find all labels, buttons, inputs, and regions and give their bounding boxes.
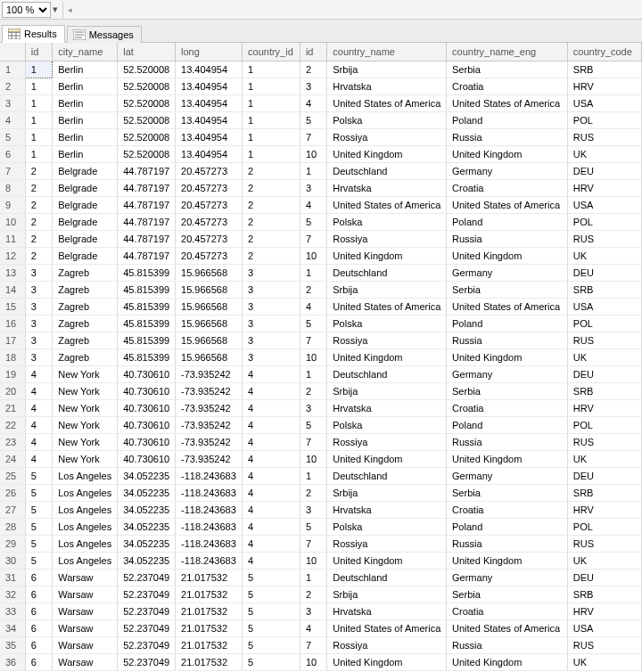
toolbar-chevron-icon[interactable]: ◂ xyxy=(68,5,72,14)
table-row[interactable]: 41Berlin52.52000813.40495415PolskaPoland… xyxy=(0,111,642,128)
cell[interactable]: UK xyxy=(567,653,641,670)
cell[interactable]: POL xyxy=(567,416,641,433)
cell[interactable]: 2 xyxy=(300,382,326,399)
cell[interactable]: 1 xyxy=(243,94,300,111)
column-header[interactable]: country_name xyxy=(327,43,447,61)
cell[interactable]: 3 xyxy=(25,264,52,281)
table-row[interactable]: 295Los Angeles34.052235-118.24368347Ross… xyxy=(0,535,642,552)
column-header[interactable]: country_code xyxy=(567,43,641,61)
cell[interactable]: 1 xyxy=(243,111,300,128)
cell[interactable]: 1 xyxy=(243,61,300,78)
results-grid-container[interactable]: idcity_namelatlongcountry_ididcountry_na… xyxy=(0,43,642,671)
cell[interactable]: 5 xyxy=(300,213,326,230)
cell[interactable]: Srbija xyxy=(327,281,447,298)
cell[interactable]: -118.243683 xyxy=(176,484,243,501)
cell[interactable]: 4 xyxy=(25,382,52,399)
cell[interactable]: 6 xyxy=(25,619,52,636)
cell[interactable]: -73.935242 xyxy=(176,382,243,399)
cell[interactable]: Hrvatska xyxy=(327,179,447,196)
row-number[interactable]: 15 xyxy=(0,298,25,315)
cell[interactable]: 7 xyxy=(300,128,326,145)
cell[interactable]: 1 xyxy=(243,78,300,94)
cell[interactable]: Russia xyxy=(447,433,568,450)
cell[interactable]: 3 xyxy=(25,281,52,298)
cell[interactable]: Serbia xyxy=(447,281,568,298)
cell[interactable]: 52.237049 xyxy=(118,586,176,602)
cell[interactable]: 10 xyxy=(300,348,326,365)
cell[interactable]: Warsaw xyxy=(53,653,118,670)
cell[interactable]: 4 xyxy=(25,433,52,450)
row-number[interactable]: 19 xyxy=(0,365,25,382)
column-header[interactable]: id xyxy=(25,43,52,61)
cell[interactable]: Polska xyxy=(327,111,447,128)
table-row[interactable]: 204New York40.730610-73.93524242SrbijaSe… xyxy=(0,382,642,399)
cell[interactable]: 1 xyxy=(25,94,52,111)
cell[interactable]: 21.017532 xyxy=(176,653,243,670)
cell[interactable]: United States of America xyxy=(447,298,568,315)
cell[interactable]: Berlin xyxy=(53,128,118,145)
cell[interactable]: -118.243683 xyxy=(176,552,243,569)
cell[interactable]: 52.237049 xyxy=(118,569,176,586)
cell[interactable]: UK xyxy=(567,450,641,467)
cell[interactable]: 3 xyxy=(243,348,300,365)
zoom-select[interactable]: 100 % xyxy=(2,2,51,18)
cell[interactable]: HRV xyxy=(567,501,641,518)
cell[interactable]: 44.787197 xyxy=(118,196,176,213)
table-row[interactable]: 265Los Angeles34.052235-118.24368342Srbi… xyxy=(0,484,642,501)
cell[interactable]: Poland xyxy=(447,111,568,128)
cell[interactable]: 40.730610 xyxy=(118,399,176,416)
cell[interactable]: 15.966568 xyxy=(176,348,243,365)
cell[interactable]: 3 xyxy=(300,78,326,94)
cell[interactable]: Srbija xyxy=(327,382,447,399)
cell[interactable]: Warsaw xyxy=(53,586,118,602)
cell[interactable]: 10 xyxy=(300,450,326,467)
cell[interactable]: 10 xyxy=(300,145,326,162)
cell[interactable]: 40.730610 xyxy=(118,416,176,433)
cell[interactable]: 3 xyxy=(25,298,52,315)
row-number[interactable]: 16 xyxy=(0,315,25,332)
cell[interactable]: -73.935242 xyxy=(176,365,243,382)
cell[interactable]: United States of America xyxy=(447,619,568,636)
cell[interactable]: 34.052235 xyxy=(118,552,176,569)
cell[interactable]: DEU xyxy=(567,365,641,382)
table-row[interactable]: 316Warsaw52.23704921.01753251Deutschland… xyxy=(0,569,642,586)
table-row[interactable]: 143Zagreb45.81539915.96656832SrbijaSerbi… xyxy=(0,281,642,298)
cell[interactable]: 1 xyxy=(25,78,52,94)
cell[interactable]: HRV xyxy=(567,179,641,196)
cell[interactable]: POL xyxy=(567,315,641,332)
cell[interactable]: Deutschland xyxy=(327,264,447,281)
cell[interactable]: 6 xyxy=(25,586,52,602)
row-number[interactable]: 29 xyxy=(0,535,25,552)
cell[interactable]: United Kingdom xyxy=(327,552,447,569)
cell[interactable]: United Kingdom xyxy=(447,653,568,670)
table-row[interactable]: 31Berlin52.52000813.40495414United State… xyxy=(0,94,642,111)
row-number[interactable]: 27 xyxy=(0,501,25,518)
cell[interactable]: 6 xyxy=(25,569,52,586)
cell[interactable]: Deutschland xyxy=(327,467,447,484)
cell[interactable]: 44.787197 xyxy=(118,179,176,196)
cell[interactable]: 52.520008 xyxy=(118,145,176,162)
cell[interactable]: 5 xyxy=(25,518,52,535)
cell[interactable]: 52.520008 xyxy=(118,111,176,128)
cell[interactable]: 1 xyxy=(25,145,52,162)
cell[interactable]: 5 xyxy=(300,416,326,433)
row-number[interactable]: 8 xyxy=(0,179,25,196)
row-number[interactable]: 1 xyxy=(0,61,25,78)
cell[interactable]: 1 xyxy=(300,365,326,382)
cell[interactable]: 2 xyxy=(300,61,326,78)
cell[interactable]: 15.966568 xyxy=(176,332,243,348)
cell[interactable]: 7 xyxy=(300,535,326,552)
column-header[interactable]: country_name_eng xyxy=(447,43,568,61)
table-row[interactable]: 255Los Angeles34.052235-118.24368341Deut… xyxy=(0,467,642,484)
cell[interactable]: 13.404954 xyxy=(176,111,243,128)
cell[interactable]: 5 xyxy=(243,586,300,602)
cell[interactable]: United States of America xyxy=(327,196,447,213)
cell[interactable]: UK xyxy=(567,145,641,162)
cell[interactable]: 5 xyxy=(300,518,326,535)
cell[interactable]: RUS xyxy=(567,433,641,450)
row-number[interactable]: 32 xyxy=(0,586,25,602)
cell[interactable]: 34.052235 xyxy=(118,484,176,501)
cell[interactable]: RUS xyxy=(567,128,641,145)
cell[interactable]: 2 xyxy=(243,179,300,196)
cell[interactable]: Croatia xyxy=(447,78,568,94)
